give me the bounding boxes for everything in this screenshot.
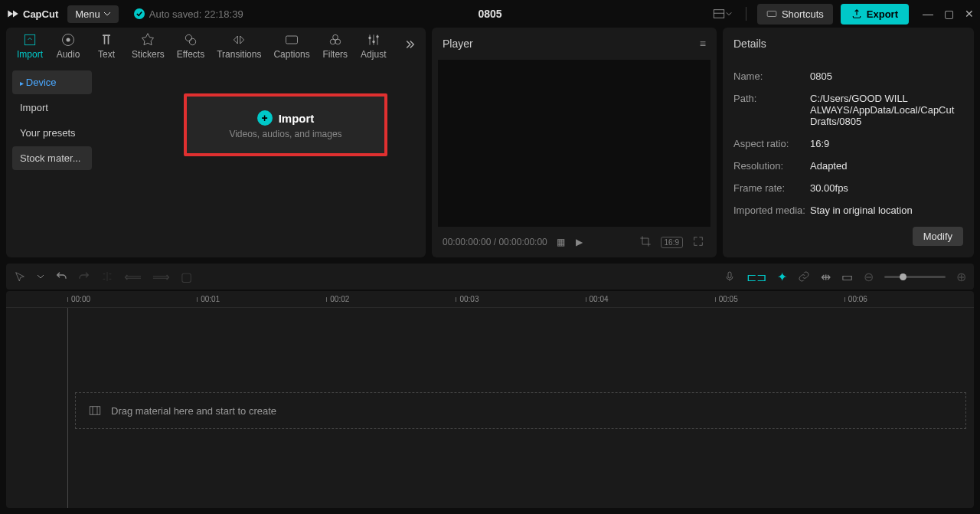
modify-button[interactable]: Modify <box>913 227 963 246</box>
close-button[interactable]: ✕ <box>965 8 974 20</box>
import-icon <box>22 32 38 47</box>
crop-icon <box>639 235 652 247</box>
tab-stickers[interactable]: Stickers <box>126 29 171 63</box>
crop-button[interactable] <box>638 234 653 251</box>
pointer-dropdown[interactable] <box>37 273 44 280</box>
redo-button[interactable] <box>78 270 90 283</box>
tab-text[interactable]: Text <box>87 29 126 63</box>
tab-label: Adjust <box>361 49 386 60</box>
tab-filters[interactable]: Filters <box>316 29 354 63</box>
fullscreen-icon <box>692 235 704 247</box>
chevron-down-icon <box>103 10 111 18</box>
detail-name: Name:0805 <box>733 70 963 82</box>
detail-label: Name: <box>733 70 810 82</box>
app-logo: CapCut <box>6 7 58 21</box>
detail-imported: Imported media:Stay in original location <box>733 205 963 216</box>
svg-rect-8 <box>286 36 298 44</box>
import-row: + Import <box>257 110 315 126</box>
detail-path: Path:C:/Users/GOOD WILL ALWAYS/AppData/L… <box>733 93 963 127</box>
app-name: CapCut <box>23 8 58 20</box>
detail-value: 30.00fps <box>810 182 848 194</box>
menu-button[interactable]: Menu <box>67 5 119 23</box>
sidebar-item-stock[interactable]: Stock mater... <box>12 146 92 170</box>
layout-button[interactable] <box>709 4 735 24</box>
timeline-toolbar: ⟸ ⟹ ▢ ⊏⊐ ✦ ⇹ ▭ ⊖ ⊕ <box>6 264 974 290</box>
mic-button[interactable] <box>724 270 736 283</box>
player-title: Player <box>443 38 473 50</box>
time-mark: 00:01 <box>197 291 326 307</box>
delete-right-button[interactable]: ⟹ <box>152 270 170 284</box>
preview-button[interactable]: ▭ <box>841 270 853 284</box>
split-button[interactable] <box>101 270 113 283</box>
detail-value: 16:9 <box>810 138 829 149</box>
svg-rect-3 <box>24 34 34 44</box>
time-mark: 00:04 <box>586 291 715 307</box>
time-ruler[interactable]: 00:00 00:01 00:02 00:03 00:04 00:05 00:0… <box>6 291 974 308</box>
undo-icon <box>55 270 67 283</box>
player-menu-button[interactable]: ≡ <box>700 38 706 50</box>
delete-left-button[interactable]: ⟸ <box>124 270 142 284</box>
auto-saved-text: Auto saved: 22:18:39 <box>149 8 243 20</box>
svg-rect-16 <box>90 407 100 415</box>
tab-audio[interactable]: Audio <box>49 29 87 63</box>
tab-captions[interactable]: Captions <box>267 29 315 63</box>
undo-button[interactable] <box>55 270 67 283</box>
play-button[interactable]: ▶ <box>574 235 584 249</box>
tab-label: Stickers <box>132 49 165 60</box>
check-icon <box>134 8 145 19</box>
tab-label: Filters <box>322 49 348 60</box>
detail-aspect: Aspect ratio:16:9 <box>733 138 963 149</box>
import-area: + Import Videos, audios, and images <box>98 64 426 257</box>
tabs-more-button[interactable] <box>398 38 421 54</box>
crop-tool[interactable]: ▢ <box>181 270 192 284</box>
svg-rect-0 <box>714 10 724 18</box>
svg-point-12 <box>368 37 371 39</box>
sidebar-item-presets[interactable]: Your presets <box>12 121 92 145</box>
player-viewport[interactable] <box>438 60 710 227</box>
detail-value: Adapted <box>810 160 847 172</box>
export-label: Export <box>867 8 898 20</box>
sidebar-item-import[interactable]: Import <box>12 96 92 119</box>
mic-icon <box>724 270 736 283</box>
auto-saved-status: Auto saved: 22:18:39 <box>134 8 243 20</box>
tab-effects[interactable]: Effects <box>171 29 211 63</box>
fullscreen-button[interactable] <box>691 234 706 251</box>
magnet-button[interactable]: ⊏⊐ <box>746 270 766 284</box>
player-grid-icon[interactable]: ▦ <box>555 235 567 249</box>
export-button[interactable]: Export <box>841 4 909 25</box>
timeline-dropzone[interactable]: Drag material here and start to create <box>75 392 966 429</box>
sticker-icon <box>140 32 155 47</box>
zoom-slider[interactable] <box>884 276 946 278</box>
main-area: Import Audio Text Stickers Effects Trans… <box>0 28 980 257</box>
link-button[interactable] <box>798 270 810 283</box>
ratio-badge[interactable]: 16:9 <box>661 237 683 248</box>
time-mark: 00:02 <box>326 291 456 307</box>
playhead[interactable] <box>67 308 68 508</box>
shortcuts-button[interactable]: Shortcuts <box>757 4 833 25</box>
timeline-tracks[interactable]: Drag material here and start to create <box>6 308 974 508</box>
import-dropzone[interactable]: + Import Videos, audios, and images <box>184 93 387 156</box>
split-icon <box>101 270 113 283</box>
tab-adjust[interactable]: Adjust <box>354 29 393 63</box>
detail-label: Frame rate: <box>733 182 810 194</box>
link-auto-button[interactable]: ✦ <box>777 270 787 284</box>
sidebar-item-device[interactable]: Device <box>12 70 92 94</box>
detail-framerate: Frame rate:30.00fps <box>733 182 963 194</box>
effects-icon <box>183 32 198 47</box>
time-mark: 00:05 <box>715 291 844 307</box>
minimize-button[interactable]: — <box>923 8 933 20</box>
svg-point-6 <box>185 34 191 41</box>
align-button[interactable]: ⇹ <box>821 270 831 284</box>
tab-transitions[interactable]: Transitions <box>211 29 267 63</box>
detail-label: Resolution: <box>733 160 810 172</box>
timeline: 00:00 00:01 00:02 00:03 00:04 00:05 00:0… <box>6 291 974 508</box>
modify-row: Modify <box>723 227 974 254</box>
zoom-out-button[interactable]: ⊖ <box>864 270 874 284</box>
pointer-tool[interactable] <box>14 270 26 283</box>
details-header: Details <box>723 28 974 60</box>
tab-import[interactable]: Import <box>11 29 49 63</box>
svg-rect-15 <box>728 272 731 278</box>
player-controls: 00:00:00:00 / 00:00:00:00 ▦ ▶ 16:9 <box>432 227 717 257</box>
zoom-in-button[interactable]: ⊕ <box>956 270 966 284</box>
maximize-button[interactable]: ▢ <box>944 8 954 20</box>
